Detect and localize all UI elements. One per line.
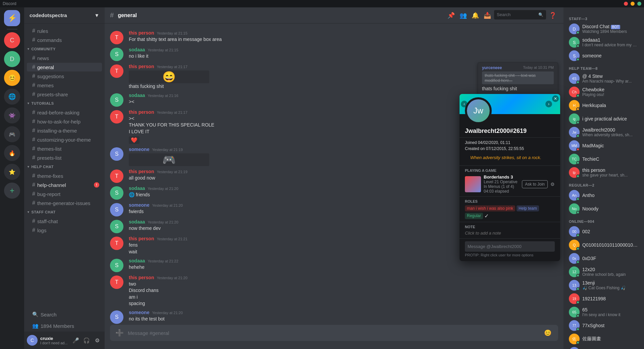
member-item-4stew[interactable]: 4S @ 4 Stew Am Narachi naap- Why ar... [566,72,641,85]
avatar[interactable]: S [110,48,123,61]
member-item-herkkupala[interactable]: H Herkkupala [566,99,641,112]
member-item-practical[interactable]: ig i give practical advice [566,112,641,126]
channel-item-installing[interactable]: # installing-a-theme [27,126,102,135]
avatar[interactable]: T [110,110,123,123]
member-item-65[interactable]: 65 65 I'm sexy and i know it [566,305,641,319]
avatar[interactable]: S [110,259,123,272]
server-name-bar[interactable]: codedotspectra ▼ [24,7,105,23]
attach-button[interactable]: ➕ [115,325,124,341]
channel-item-rules[interactable]: # rules [27,27,102,35]
server-icon-8[interactable]: ⭐ [4,164,20,180]
server-icon-7[interactable]: 🔥 [4,145,20,161]
channel-item-commands[interactable]: # commands [27,36,102,44]
member-item-madmagic[interactable]: MM MadMagic [566,139,641,152]
category-staff-chat[interactable]: ▼ STAFF CHAT + [24,208,105,216]
search-bar[interactable]: 🔍 [494,10,546,19]
message-username[interactable]: someone [129,310,149,315]
avatar[interactable]: T [110,31,123,44]
close-button[interactable] [624,2,628,6]
mute-button[interactable]: 🎤 [71,336,80,345]
channel-item-presets-list[interactable]: # presets-list [27,153,102,162]
search-input[interactable] [497,12,537,17]
avatar[interactable]: T [110,64,123,78]
member-item-77xsghost[interactable]: 77 77xSghost [566,319,641,332]
channel-item-help-channel[interactable]: # help-channel ! [27,181,102,189]
avatar[interactable]: S [110,220,123,233]
message-username[interactable]: this person [129,109,154,115]
join-game-button[interactable]: Ask to Join [522,180,548,188]
pin-icon[interactable]: 📌 [446,10,457,21]
inbox-icon[interactable]: 📥 [482,10,493,21]
channel-item-bug-report[interactable]: # bug-report [27,190,102,198]
member-item-12x20[interactable]: 12 12x20 Online school brb, again [566,265,641,279]
message-username[interactable]: this person [129,64,154,69]
category-help-chat[interactable]: ▼ HELP CHAT + [24,162,105,171]
member-item-002[interactable]: 00 002 [566,225,641,238]
profile-close-button[interactable]: ✕ [552,95,559,102]
member-item-chewboke[interactable]: Ch Chewboke Playing osu! [566,85,641,99]
channel-item-general[interactable]: # general ⚙ [27,63,102,71]
server-icon-5[interactable]: 👾 [4,107,20,123]
message-username[interactable]: this person [129,30,154,36]
member-item-192[interactable]: 19 192121998 [566,292,641,305]
channel-item-presets-share[interactable]: # presets-share [27,90,102,99]
profile-nav-next-button[interactable]: › [545,101,552,107]
message-username[interactable]: someone [129,147,149,152]
member-item-jwalbrecht[interactable]: Jw Jwalbrecht2000 When adversity strikes… [566,126,641,139]
message-username[interactable]: sodaaa [129,186,145,191]
emoji-reaction[interactable]: ❤️ [129,136,140,144]
message-username[interactable]: sodaaa [129,47,145,52]
member-item-sodaaa[interactable]: S sodaaa1 I don't need advice from my do… [566,36,641,49]
message-username[interactable]: sodaaa [129,93,145,98]
server-dropdown-icon[interactable]: ▼ [94,12,99,18]
members-icon-btn[interactable]: 👥 [458,10,469,21]
server-icon-1[interactable]: C [4,32,20,48]
member-item-discord-chat[interactable]: D Discord Chat BOT Watching 1894 Members [566,22,641,36]
member-item-0xd3f[interactable]: 0x 0xD3F [566,252,641,265]
user-avatar[interactable]: C [27,335,38,346]
channel-item-theme-generator[interactable]: # theme-generator-issues [27,199,102,207]
channel-item-memes[interactable]: # memes [27,81,102,90]
add-server-button[interactable]: + [4,183,20,199]
member-item-aaron[interactable]: Aa Aaron [566,346,641,349]
avatar[interactable]: S [110,147,123,161]
user-settings-button[interactable]: ⚙ [93,336,102,345]
channel-item-read-before[interactable]: # read-before-asking [27,108,102,117]
channel-item-staff-chat[interactable]: # staff-chat [27,217,102,226]
notification-icon[interactable]: 🔔 [470,10,481,21]
avatar[interactable]: S [110,310,123,324]
channel-item-customizing[interactable]: # customizing-your-theme [27,135,102,144]
member-item-antho[interactable]: An Antho [566,189,641,202]
avatar[interactable]: T [110,276,123,289]
profile-avatar-lg[interactable]: Jw [467,97,490,124]
emoji-button[interactable]: 😊 [543,328,553,338]
avatar[interactable]: S [110,93,123,107]
chat-input[interactable] [128,326,539,340]
game-settings-button[interactable]: ⚙ [550,182,555,187]
add-role-button[interactable]: ✓ [484,213,489,219]
channel-item-suggestions[interactable]: # suggestions [27,72,102,81]
message-username[interactable]: this person [129,169,154,174]
deafen-button[interactable]: 🎧 [82,336,91,345]
member-item-13enji[interactable]: 13 13enji 🎣 Cat Goes Fishing 🎣 [566,279,641,292]
home-server-icon[interactable]: ⚡ [4,10,20,26]
server-icon-6[interactable]: 🎮 [4,126,20,142]
avatar[interactable]: T [110,169,123,183]
window-controls[interactable] [624,2,641,6]
channel-item-theme-fixes[interactable]: # theme-fixes [27,171,102,180]
sidebar-search[interactable]: 🔍 Search [27,310,102,319]
message-username[interactable]: this person [129,236,154,241]
message-username[interactable]: someone [129,202,149,208]
member-item-chinese[interactable]: 佐 佐藤圖畫 [566,332,641,346]
note-input[interactable] [465,231,555,236]
channel-item-how-to-ask[interactable]: # how-to-ask-for-help [27,117,102,126]
member-item-nooody[interactable]: No Nooody [566,202,641,215]
message-username[interactable]: sodaaa [129,258,145,263]
channel-item-news[interactable]: # news [27,54,102,62]
profile-message-input[interactable] [465,241,555,252]
member-item-techiec[interactable]: TC TechieC [566,152,641,166]
category-community[interactable]: ▼ COMMUNITY + [24,45,105,53]
help-icon[interactable]: ❓ [547,10,558,21]
channel-item-logs[interactable]: # logs [27,226,102,235]
avatar[interactable]: T [110,237,123,250]
